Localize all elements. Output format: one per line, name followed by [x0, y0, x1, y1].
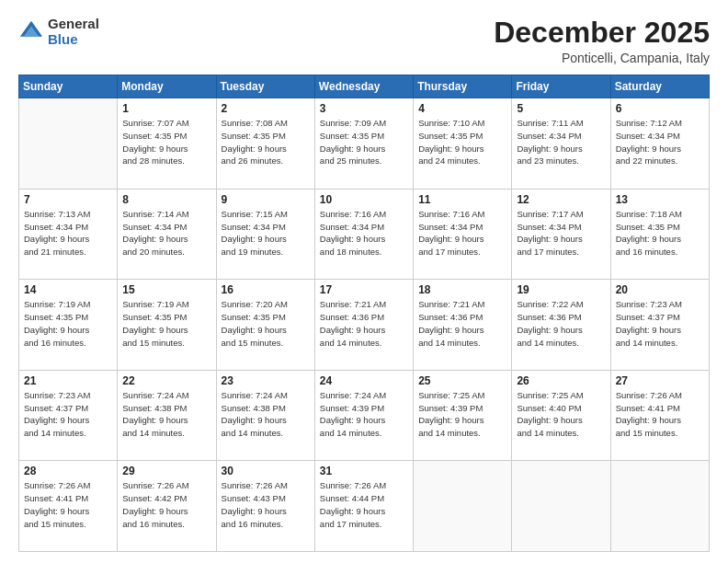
day-info: Sunrise: 7:26 AM Sunset: 4:43 PM Dayligh…: [222, 479, 310, 530]
table-row: 24Sunrise: 7:24 AM Sunset: 4:39 PM Dayli…: [314, 370, 413, 461]
table-row: 9Sunrise: 7:15 AM Sunset: 4:34 PM Daylig…: [216, 189, 314, 280]
day-info: Sunrise: 7:17 AM Sunset: 4:34 PM Dayligh…: [517, 208, 605, 259]
day-number: 24: [320, 374, 408, 387]
day-info: Sunrise: 7:08 AM Sunset: 4:35 PM Dayligh…: [222, 117, 310, 167]
day-info: Sunrise: 7:10 AM Sunset: 4:35 PM Dayligh…: [418, 117, 506, 167]
day-number: 16: [222, 283, 310, 296]
day-info: Sunrise: 7:26 AM Sunset: 4:44 PM Dayligh…: [320, 479, 408, 530]
day-number: 23: [222, 374, 310, 387]
day-number: 5: [517, 102, 605, 115]
day-number: 4: [418, 102, 506, 115]
table-row: 7Sunrise: 7:13 AM Sunset: 4:34 PM Daylig…: [19, 189, 118, 280]
day-number: 18: [418, 283, 506, 296]
day-info: Sunrise: 7:15 AM Sunset: 4:34 PM Dayligh…: [222, 208, 310, 259]
table-row: 17Sunrise: 7:21 AM Sunset: 4:36 PM Dayli…: [314, 280, 413, 371]
day-number: 7: [24, 193, 112, 206]
table-row: 15Sunrise: 7:19 AM Sunset: 4:35 PM Dayli…: [118, 280, 216, 371]
table-row: 26Sunrise: 7:25 AM Sunset: 4:40 PM Dayli…: [512, 370, 610, 461]
table-row: 27Sunrise: 7:26 AM Sunset: 4:41 PM Dayli…: [610, 370, 709, 461]
table-row: 6Sunrise: 7:12 AM Sunset: 4:34 PM Daylig…: [610, 98, 709, 190]
logo-icon: [18, 19, 44, 45]
header: General Blue December 2025 Ponticelli, C…: [18, 17, 710, 65]
day-number: 15: [122, 283, 210, 296]
col-sunday: Sunday: [19, 75, 118, 98]
day-number: 27: [616, 374, 704, 387]
day-info: Sunrise: 7:21 AM Sunset: 4:36 PM Dayligh…: [320, 298, 408, 349]
day-number: 29: [122, 465, 210, 477]
table-row: 11Sunrise: 7:16 AM Sunset: 4:34 PM Dayli…: [414, 189, 512, 280]
table-row: 21Sunrise: 7:23 AM Sunset: 4:37 PM Dayli…: [19, 370, 118, 461]
table-row: 12Sunrise: 7:17 AM Sunset: 4:34 PM Dayli…: [512, 189, 610, 280]
day-number: 9: [222, 193, 310, 206]
logo-text: General Blue: [48, 17, 99, 47]
table-row: 20Sunrise: 7:23 AM Sunset: 4:37 PM Dayli…: [610, 280, 709, 371]
table-row: 30Sunrise: 7:26 AM Sunset: 4:43 PM Dayli…: [216, 461, 314, 552]
title-block: December 2025 Ponticelli, Campania, Ital…: [494, 17, 710, 65]
day-number: 30: [222, 465, 310, 477]
day-info: Sunrise: 7:26 AM Sunset: 4:41 PM Dayligh…: [24, 479, 112, 530]
day-number: 1: [122, 102, 210, 115]
table-row: 5Sunrise: 7:11 AM Sunset: 4:34 PM Daylig…: [512, 98, 610, 190]
day-info: Sunrise: 7:23 AM Sunset: 4:37 PM Dayligh…: [24, 389, 112, 440]
table-row: 4Sunrise: 7:10 AM Sunset: 4:35 PM Daylig…: [414, 98, 512, 190]
day-number: 11: [418, 193, 506, 206]
day-info: Sunrise: 7:16 AM Sunset: 4:34 PM Dayligh…: [418, 208, 506, 259]
day-info: Sunrise: 7:20 AM Sunset: 4:35 PM Dayligh…: [222, 298, 310, 349]
day-number: 3: [320, 102, 408, 115]
day-info: Sunrise: 7:16 AM Sunset: 4:34 PM Dayligh…: [320, 208, 408, 259]
calendar-header-row: Sunday Monday Tuesday Wednesday Thursday…: [19, 75, 710, 98]
day-info: Sunrise: 7:19 AM Sunset: 4:35 PM Dayligh…: [24, 298, 112, 349]
day-number: 20: [616, 283, 704, 296]
day-info: Sunrise: 7:25 AM Sunset: 4:40 PM Dayligh…: [517, 389, 605, 440]
day-number: 14: [24, 283, 112, 296]
title-location: Ponticelli, Campania, Italy: [494, 51, 710, 65]
day-number: 25: [418, 374, 506, 387]
day-info: Sunrise: 7:18 AM Sunset: 4:35 PM Dayligh…: [616, 208, 704, 259]
table-row: 10Sunrise: 7:16 AM Sunset: 4:34 PM Dayli…: [314, 189, 413, 280]
table-row: [414, 461, 512, 552]
calendar-week-row: 14Sunrise: 7:19 AM Sunset: 4:35 PM Dayli…: [19, 280, 710, 371]
calendar-week-row: 7Sunrise: 7:13 AM Sunset: 4:34 PM Daylig…: [19, 189, 710, 280]
table-row: 31Sunrise: 7:26 AM Sunset: 4:44 PM Dayli…: [314, 461, 413, 552]
day-info: Sunrise: 7:26 AM Sunset: 4:41 PM Dayligh…: [616, 389, 704, 440]
day-info: Sunrise: 7:09 AM Sunset: 4:35 PM Dayligh…: [320, 117, 408, 167]
day-info: Sunrise: 7:11 AM Sunset: 4:34 PM Dayligh…: [517, 117, 605, 167]
page: General Blue December 2025 Ponticelli, C…: [0, 0, 728, 563]
table-row: 28Sunrise: 7:26 AM Sunset: 4:41 PM Dayli…: [19, 461, 118, 552]
table-row: 1Sunrise: 7:07 AM Sunset: 4:35 PM Daylig…: [118, 98, 216, 190]
col-monday: Monday: [118, 75, 216, 98]
day-info: Sunrise: 7:21 AM Sunset: 4:36 PM Dayligh…: [418, 298, 506, 349]
day-info: Sunrise: 7:24 AM Sunset: 4:38 PM Dayligh…: [122, 389, 210, 440]
day-number: 6: [616, 102, 704, 115]
col-thursday: Thursday: [414, 75, 512, 98]
table-row: 2Sunrise: 7:08 AM Sunset: 4:35 PM Daylig…: [216, 98, 314, 190]
day-number: 26: [517, 374, 605, 387]
calendar-table: Sunday Monday Tuesday Wednesday Thursday…: [18, 75, 710, 552]
day-info: Sunrise: 7:23 AM Sunset: 4:37 PM Dayligh…: [616, 298, 704, 349]
day-info: Sunrise: 7:13 AM Sunset: 4:34 PM Dayligh…: [24, 208, 112, 259]
table-row: 29Sunrise: 7:26 AM Sunset: 4:42 PM Dayli…: [118, 461, 216, 552]
day-info: Sunrise: 7:22 AM Sunset: 4:36 PM Dayligh…: [517, 298, 605, 349]
day-info: Sunrise: 7:25 AM Sunset: 4:39 PM Dayligh…: [418, 389, 506, 440]
day-number: 17: [320, 283, 408, 296]
logo: General Blue: [18, 17, 99, 47]
table-row: [19, 98, 118, 190]
logo-blue-text: Blue: [48, 32, 99, 48]
table-row: 16Sunrise: 7:20 AM Sunset: 4:35 PM Dayli…: [216, 280, 314, 371]
table-row: 8Sunrise: 7:14 AM Sunset: 4:34 PM Daylig…: [118, 189, 216, 280]
table-row: 25Sunrise: 7:25 AM Sunset: 4:39 PM Dayli…: [414, 370, 512, 461]
table-row: [512, 461, 610, 552]
table-row: 13Sunrise: 7:18 AM Sunset: 4:35 PM Dayli…: [610, 189, 709, 280]
day-info: Sunrise: 7:24 AM Sunset: 4:38 PM Dayligh…: [222, 389, 310, 440]
calendar-week-row: 21Sunrise: 7:23 AM Sunset: 4:37 PM Dayli…: [19, 370, 710, 461]
calendar-week-row: 1Sunrise: 7:07 AM Sunset: 4:35 PM Daylig…: [19, 98, 710, 190]
table-row: 19Sunrise: 7:22 AM Sunset: 4:36 PM Dayli…: [512, 280, 610, 371]
day-number: 31: [320, 465, 408, 477]
table-row: 22Sunrise: 7:24 AM Sunset: 4:38 PM Dayli…: [118, 370, 216, 461]
day-number: 10: [320, 193, 408, 206]
col-saturday: Saturday: [610, 75, 709, 98]
col-tuesday: Tuesday: [216, 75, 314, 98]
day-number: 8: [122, 193, 210, 206]
day-info: Sunrise: 7:26 AM Sunset: 4:42 PM Dayligh…: [122, 479, 210, 530]
calendar-week-row: 28Sunrise: 7:26 AM Sunset: 4:41 PM Dayli…: [19, 461, 710, 552]
